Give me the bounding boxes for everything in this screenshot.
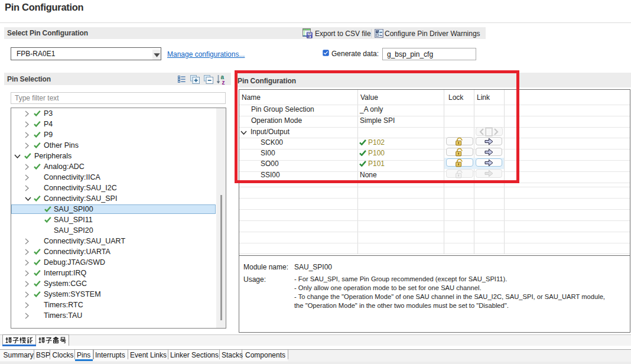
- svg-text:z: z: [222, 79, 225, 85]
